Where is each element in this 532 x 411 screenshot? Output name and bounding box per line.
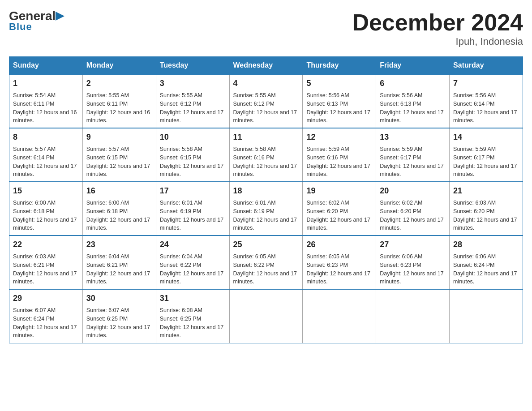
- day-info: Sunrise: 6:00 AMSunset: 6:18 PMDaylight:…: [86, 199, 152, 232]
- day-number: 14: [453, 131, 519, 143]
- col-header-thursday: Thursday: [303, 57, 376, 75]
- day-info: Sunrise: 6:00 AMSunset: 6:18 PMDaylight:…: [13, 199, 79, 232]
- day-number: 16: [86, 185, 152, 197]
- table-row: 24 Sunrise: 6:04 AMSunset: 6:22 PMDaylig…: [156, 235, 229, 289]
- table-row: 25 Sunrise: 6:05 AMSunset: 6:22 PMDaylig…: [229, 235, 303, 289]
- day-number: 12: [306, 131, 372, 143]
- day-number: 29: [13, 292, 79, 304]
- calendar-table: Sunday Monday Tuesday Wednesday Thursday…: [9, 56, 523, 343]
- table-row: 7 Sunrise: 5:56 AMSunset: 6:14 PMDayligh…: [450, 74, 523, 128]
- day-number: 3: [160, 77, 226, 90]
- day-number: 1: [13, 77, 79, 90]
- day-info: Sunrise: 5:57 AMSunset: 6:14 PMDaylight:…: [13, 145, 79, 179]
- table-row: 15 Sunrise: 6:00 AMSunset: 6:18 PMDaylig…: [9, 182, 83, 235]
- table-row: 23 Sunrise: 6:04 AMSunset: 6:21 PMDaylig…: [82, 235, 156, 289]
- table-row: 29 Sunrise: 6:07 AMSunset: 6:24 PMDaylig…: [9, 289, 83, 343]
- day-number: 15: [13, 185, 79, 197]
- table-row: 12 Sunrise: 5:59 AMSunset: 6:16 PMDaylig…: [303, 128, 376, 182]
- day-number: 30: [86, 292, 152, 304]
- col-header-friday: Friday: [376, 57, 450, 75]
- day-number: 11: [233, 131, 299, 143]
- day-number: 10: [160, 131, 226, 143]
- day-number: 24: [160, 239, 226, 251]
- day-info: Sunrise: 5:58 AMSunset: 6:16 PMDaylight:…: [233, 145, 299, 179]
- table-row: 20 Sunrise: 6:02 AMSunset: 6:20 PMDaylig…: [376, 182, 450, 235]
- day-number: 20: [380, 185, 446, 197]
- title-section: December 2024 Ipuh, Indonesia: [352, 9, 523, 47]
- table-row: 1 Sunrise: 5:54 AMSunset: 6:11 PMDayligh…: [9, 74, 83, 128]
- table-row: 8 Sunrise: 5:57 AMSunset: 6:14 PMDayligh…: [9, 128, 83, 182]
- svg-marker-0: [56, 12, 64, 21]
- table-row: [303, 289, 376, 343]
- col-header-monday: Monday: [82, 57, 156, 75]
- col-header-saturday: Saturday: [450, 57, 523, 75]
- col-header-tuesday: Tuesday: [156, 57, 229, 75]
- day-info: Sunrise: 6:07 AMSunset: 6:24 PMDaylight:…: [13, 306, 79, 340]
- day-info: Sunrise: 5:59 AMSunset: 6:17 PMDaylight:…: [380, 145, 446, 179]
- day-number: 23: [86, 239, 152, 251]
- table-row: 6 Sunrise: 5:56 AMSunset: 6:13 PMDayligh…: [376, 74, 450, 128]
- day-info: Sunrise: 6:06 AMSunset: 6:24 PMDaylight:…: [453, 253, 519, 286]
- calendar-subtitle: Ipuh, Indonesia: [352, 36, 523, 47]
- day-number: 7: [453, 77, 519, 90]
- table-row: 30 Sunrise: 6:07 AMSunset: 6:25 PMDaylig…: [82, 289, 156, 343]
- table-row: [229, 289, 303, 343]
- day-info: Sunrise: 5:54 AMSunset: 6:11 PMDaylight:…: [13, 91, 79, 125]
- day-info: Sunrise: 5:56 AMSunset: 6:14 PMDaylight:…: [453, 91, 519, 125]
- day-info: Sunrise: 6:03 AMSunset: 6:20 PMDaylight:…: [453, 199, 519, 232]
- day-info: Sunrise: 5:57 AMSunset: 6:15 PMDaylight:…: [86, 145, 152, 179]
- calendar-week-row: 22 Sunrise: 6:03 AMSunset: 6:21 PMDaylig…: [9, 235, 523, 289]
- day-number: 4: [233, 77, 299, 90]
- day-info: Sunrise: 6:04 AMSunset: 6:22 PMDaylight:…: [160, 253, 226, 286]
- day-info: Sunrise: 6:01 AMSunset: 6:19 PMDaylight:…: [160, 199, 226, 232]
- day-info: Sunrise: 6:07 AMSunset: 6:25 PMDaylight:…: [86, 306, 152, 340]
- logo: General Blue: [9, 9, 65, 33]
- day-info: Sunrise: 6:01 AMSunset: 6:19 PMDaylight:…: [233, 199, 299, 232]
- day-info: Sunrise: 5:59 AMSunset: 6:16 PMDaylight:…: [306, 145, 372, 179]
- table-row: 10 Sunrise: 5:58 AMSunset: 6:15 PMDaylig…: [156, 128, 229, 182]
- calendar-title: December 2024: [352, 9, 523, 36]
- day-number: 27: [380, 239, 446, 251]
- table-row: 14 Sunrise: 5:59 AMSunset: 6:17 PMDaylig…: [450, 128, 523, 182]
- day-number: 18: [233, 185, 299, 197]
- table-row: [376, 289, 450, 343]
- day-info: Sunrise: 5:56 AMSunset: 6:13 PMDaylight:…: [380, 91, 446, 125]
- day-info: Sunrise: 6:06 AMSunset: 6:23 PMDaylight:…: [380, 253, 446, 286]
- day-number: 6: [380, 77, 446, 90]
- calendar-week-row: 1 Sunrise: 5:54 AMSunset: 6:11 PMDayligh…: [9, 74, 523, 128]
- table-row: 13 Sunrise: 5:59 AMSunset: 6:17 PMDaylig…: [376, 128, 450, 182]
- day-number: 8: [13, 131, 79, 143]
- day-number: 26: [306, 239, 372, 251]
- col-header-sunday: Sunday: [9, 57, 83, 75]
- day-info: Sunrise: 6:04 AMSunset: 6:21 PMDaylight:…: [86, 253, 152, 286]
- day-number: 17: [160, 185, 226, 197]
- calendar-week-row: 15 Sunrise: 6:00 AMSunset: 6:18 PMDaylig…: [9, 182, 523, 235]
- table-row: 17 Sunrise: 6:01 AMSunset: 6:19 PMDaylig…: [156, 182, 229, 235]
- day-number: 31: [160, 292, 226, 304]
- day-number: 13: [380, 131, 446, 143]
- table-row: 21 Sunrise: 6:03 AMSunset: 6:20 PMDaylig…: [450, 182, 523, 235]
- table-row: 3 Sunrise: 5:55 AMSunset: 6:12 PMDayligh…: [156, 74, 229, 128]
- day-number: 9: [86, 131, 152, 143]
- day-info: Sunrise: 6:02 AMSunset: 6:20 PMDaylight:…: [380, 199, 446, 232]
- col-header-wednesday: Wednesday: [229, 57, 303, 75]
- day-info: Sunrise: 5:55 AMSunset: 6:12 PMDaylight:…: [233, 91, 299, 125]
- day-info: Sunrise: 5:58 AMSunset: 6:15 PMDaylight:…: [160, 145, 226, 179]
- calendar-week-row: 29 Sunrise: 6:07 AMSunset: 6:24 PMDaylig…: [9, 289, 523, 343]
- day-info: Sunrise: 6:05 AMSunset: 6:22 PMDaylight:…: [233, 253, 299, 286]
- day-number: 28: [453, 239, 519, 251]
- table-row: [450, 289, 523, 343]
- table-row: 27 Sunrise: 6:06 AMSunset: 6:23 PMDaylig…: [376, 235, 450, 289]
- day-info: Sunrise: 6:02 AMSunset: 6:20 PMDaylight:…: [306, 199, 372, 232]
- table-row: 19 Sunrise: 6:02 AMSunset: 6:20 PMDaylig…: [303, 182, 376, 235]
- day-info: Sunrise: 6:03 AMSunset: 6:21 PMDaylight:…: [13, 253, 79, 286]
- table-row: 31 Sunrise: 6:08 AMSunset: 6:25 PMDaylig…: [156, 289, 229, 343]
- table-row: 5 Sunrise: 5:56 AMSunset: 6:13 PMDayligh…: [303, 74, 376, 128]
- table-row: 26 Sunrise: 6:05 AMSunset: 6:23 PMDaylig…: [303, 235, 376, 289]
- day-info: Sunrise: 5:55 AMSunset: 6:12 PMDaylight:…: [160, 91, 226, 125]
- day-number: 19: [306, 185, 372, 197]
- day-number: 25: [233, 239, 299, 251]
- logo-arrow-icon: [56, 10, 65, 22]
- logo-blue-part: [56, 10, 65, 22]
- day-info: Sunrise: 6:08 AMSunset: 6:25 PMDaylight:…: [160, 306, 226, 340]
